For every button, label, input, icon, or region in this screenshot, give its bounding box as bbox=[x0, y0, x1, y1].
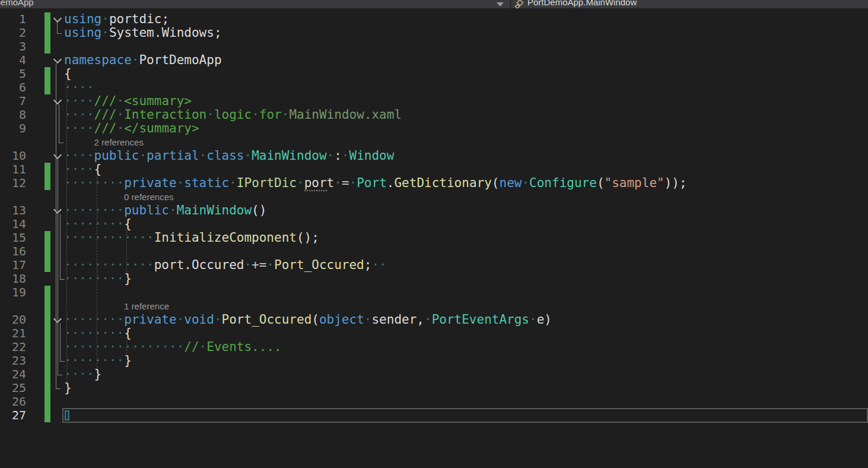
line-number[interactable]: 16 bbox=[0, 245, 26, 258]
code-line[interactable]: ····///·</summary> bbox=[64, 122, 199, 135]
code-token: Port_Occured bbox=[222, 312, 312, 327]
code-line[interactable]: using·System.Windows; bbox=[64, 26, 222, 40]
code-token: : bbox=[334, 148, 342, 163]
code-token: · bbox=[101, 12, 109, 26]
code-line[interactable]: ············InitializeComponent(); bbox=[64, 231, 319, 245]
code-line[interactable]: ········private·void·Port_Occured(object… bbox=[64, 313, 552, 327]
line-number[interactable]: 7 bbox=[0, 94, 26, 108]
codelens-references[interactable]: 0 references bbox=[124, 190, 173, 204]
code-token: ········ bbox=[64, 203, 124, 217]
change-tracking-bar bbox=[44, 313, 50, 327]
code-line[interactable]: ····{ bbox=[64, 163, 101, 176]
code-line[interactable]: namespace·PortDemoApp bbox=[64, 53, 222, 67]
line-number[interactable]: 19 bbox=[0, 286, 26, 299]
code-token: namespace bbox=[64, 53, 132, 67]
line-number[interactable]: 26 bbox=[0, 395, 26, 409]
line-number[interactable]: 20 bbox=[0, 313, 26, 327]
code-line[interactable]: ····} bbox=[64, 368, 101, 381]
fold-chevron-icon[interactable] bbox=[53, 14, 62, 23]
project-dropdown[interactable]: DemoApp bbox=[0, 0, 34, 8]
code-token: } bbox=[94, 367, 102, 381]
fold-chevron-icon[interactable] bbox=[53, 55, 62, 64]
code-token: { bbox=[64, 67, 72, 81]
change-tracking-bar bbox=[44, 409, 50, 422]
line-number[interactable]: 23 bbox=[0, 354, 26, 368]
change-tracking-bar bbox=[44, 26, 50, 40]
code-token: · bbox=[282, 107, 290, 122]
code-line[interactable]: ···· bbox=[64, 81, 94, 94]
code-line[interactable]: ····public·partial·class·MainWindow·:·Wi… bbox=[64, 149, 394, 163]
line-number[interactable]: 21 bbox=[0, 327, 26, 340]
fold-region-bracket bbox=[60, 214, 65, 280]
code-token: · bbox=[177, 176, 185, 190]
code-line[interactable]: { bbox=[64, 67, 72, 81]
line-number[interactable]: 25 bbox=[0, 381, 26, 395]
code-token: ················ bbox=[64, 340, 184, 354]
line-number[interactable]: 10 bbox=[0, 149, 26, 163]
code-token: · bbox=[334, 176, 342, 190]
line-number[interactable]: 14 bbox=[0, 217, 26, 231]
code-token: · bbox=[244, 148, 252, 163]
code-token: Interaction bbox=[124, 107, 206, 122]
line-number[interactable]: 24 bbox=[0, 368, 26, 381]
code-token: PortDemoApp bbox=[139, 53, 221, 67]
codelens-references[interactable]: 1 reference bbox=[124, 299, 169, 313]
code-token: · bbox=[229, 176, 237, 190]
line-number[interactable]: 13 bbox=[0, 204, 26, 217]
type-dropdown[interactable]: PortDemoApp.MainWindow bbox=[527, 0, 637, 8]
code-token: Configure bbox=[529, 176, 597, 190]
code-token: } bbox=[124, 353, 132, 368]
line-number[interactable]: 12 bbox=[0, 176, 26, 190]
line-number[interactable]: 5 bbox=[0, 67, 26, 81]
code-line[interactable]: ········private·static·IPortDic·port·=·P… bbox=[64, 176, 687, 190]
code-token: ···· bbox=[64, 107, 94, 122]
code-token: ············ bbox=[64, 258, 154, 272]
line-number[interactable]: 4 bbox=[0, 53, 26, 67]
change-tracking-bar bbox=[44, 176, 50, 190]
code-line[interactable]: ········{ bbox=[64, 327, 132, 340]
code-line[interactable]: ········{ bbox=[64, 217, 132, 231]
line-number[interactable]: 2 bbox=[0, 26, 26, 40]
line-number[interactable]: 1 bbox=[0, 12, 26, 26]
code-line[interactable]: ············port.Occured·+=·Port_Occured… bbox=[64, 258, 387, 272]
code-line[interactable]: ····///·<summary> bbox=[64, 94, 192, 108]
codelens-references[interactable]: 2 references bbox=[94, 135, 144, 149]
code-token: portdic; bbox=[109, 12, 169, 26]
line-number[interactable]: 8 bbox=[0, 108, 26, 122]
line-number[interactable]: 11 bbox=[0, 163, 26, 176]
code-token: { bbox=[124, 326, 132, 340]
code-token: ( bbox=[492, 176, 500, 190]
line-number[interactable]: 9 bbox=[0, 122, 26, 135]
code-line[interactable]: using·portdic; bbox=[64, 12, 169, 26]
code-token: static bbox=[184, 176, 229, 190]
change-tracking-bar bbox=[44, 340, 50, 354]
code-editor[interactable]: 1using·portdic;2using·System.Windows;34n… bbox=[0, 8, 868, 468]
code-line[interactable]: } bbox=[64, 381, 72, 395]
navbar-separator bbox=[510, 0, 511, 8]
code-line[interactable]: ········public·MainWindow() bbox=[64, 204, 266, 217]
line-number[interactable]: 17 bbox=[0, 258, 26, 272]
line-number[interactable]: 15 bbox=[0, 231, 26, 245]
line-number[interactable]: 18 bbox=[0, 272, 26, 286]
code-token: · bbox=[117, 107, 125, 122]
code-token: ···· bbox=[64, 80, 94, 94]
code-token: sender, bbox=[371, 312, 424, 327]
line-number[interactable]: 6 bbox=[0, 81, 26, 94]
code-line[interactable]: ········} bbox=[64, 354, 132, 368]
code-token: IPortDic bbox=[237, 176, 297, 190]
code-token: · bbox=[214, 312, 222, 327]
code-token: System.Windows; bbox=[109, 26, 222, 40]
code-token: t bbox=[327, 176, 335, 190]
code-token: MainWindow bbox=[252, 148, 326, 163]
current-line-highlight bbox=[62, 408, 868, 423]
code-line[interactable]: ········} bbox=[64, 272, 132, 286]
line-number[interactable]: 27 bbox=[0, 409, 26, 422]
code-line[interactable]: ····///·Interaction·logic·for·MainWindow… bbox=[64, 108, 402, 122]
code-token: · bbox=[101, 26, 109, 40]
line-number[interactable]: 22 bbox=[0, 340, 26, 354]
change-tracking-bar bbox=[44, 381, 50, 395]
line-number[interactable]: 3 bbox=[0, 40, 26, 53]
code-token: ········ bbox=[64, 312, 124, 327]
code-token: public bbox=[124, 203, 169, 217]
chevron-down-icon[interactable] bbox=[497, 2, 504, 7]
